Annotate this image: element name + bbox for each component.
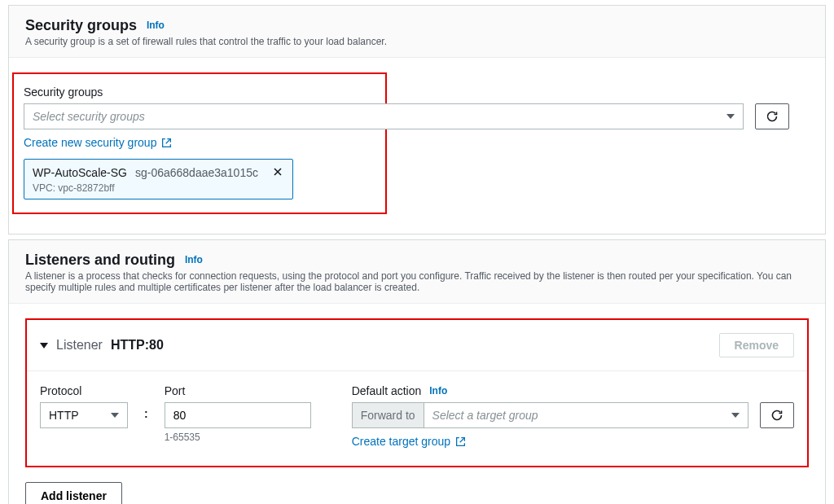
protocol-label: Protocol [40, 384, 128, 397]
caret-down-icon [726, 114, 735, 119]
security-group-chip: WP-AutoScale-SG sg-06a668daae3a1015c VPC… [24, 159, 293, 199]
refresh-icon [766, 110, 779, 123]
protocol-select[interactable]: HTTP [40, 402, 128, 428]
create-target-group-link[interactable]: Create target group [352, 435, 466, 448]
protocol-value: HTTP [49, 409, 79, 422]
listeners-description: A listener is a process that checks for … [25, 270, 809, 293]
external-link-icon [161, 138, 172, 148]
default-action-info-link[interactable]: Info [429, 385, 447, 397]
target-group-refresh-button[interactable] [760, 402, 794, 428]
external-link-icon [455, 436, 466, 447]
security-groups-refresh-button[interactable] [755, 103, 789, 129]
target-group-placeholder: Select a target group [432, 409, 538, 422]
create-security-group-link[interactable]: Create new security group [24, 136, 172, 149]
protocol-port-separator: : [144, 407, 148, 420]
listener-highlight: Listener HTTP:80 Remove Protocol HTTP : … [25, 318, 809, 467]
listener-remove-button[interactable]: Remove [719, 333, 794, 357]
security-groups-description: A security group is a set of firewall ru… [25, 36, 809, 47]
port-label: Port [165, 384, 311, 397]
security-groups-info-link[interactable]: Info [147, 20, 165, 31]
listeners-panel: Listeners and routing Info A listener is… [8, 239, 826, 504]
security-groups-header: Security groups Info A security group is… [9, 6, 825, 58]
caret-down-icon [111, 413, 119, 418]
add-listener-button[interactable]: Add listener [25, 482, 122, 504]
listeners-header: Listeners and routing Info A listener is… [9, 240, 825, 304]
default-action-label: Default action [352, 384, 422, 397]
listeners-info-link[interactable]: Info [185, 254, 203, 265]
close-icon [273, 167, 283, 177]
port-column: Port 1-65535 [165, 384, 311, 443]
refresh-icon [770, 409, 784, 422]
caret-down-icon [731, 413, 740, 418]
collapse-caret-icon[interactable] [40, 343, 48, 348]
chip-sg-name: WP-AutoScale-SG [33, 166, 127, 179]
listener-header-row: Listener HTTP:80 Remove [27, 320, 807, 371]
port-hint: 1-65535 [165, 432, 311, 443]
security-groups-panel: Security groups Info A security group is… [8, 5, 826, 234]
create-target-group-label: Create target group [352, 435, 450, 448]
port-input[interactable] [165, 402, 311, 428]
protocol-column: Protocol HTTP [40, 384, 128, 428]
forward-to-select[interactable]: Forward to Select a target group [352, 402, 748, 428]
forward-prefix: Forward to [353, 403, 424, 427]
security-groups-field-label: Security groups [24, 85, 377, 99]
security-groups-select[interactable]: Select security groups [24, 103, 744, 129]
create-security-group-label: Create new security group [24, 136, 156, 149]
chip-remove-button[interactable] [271, 164, 284, 181]
listener-value: HTTP:80 [111, 338, 164, 353]
chip-sg-id: sg-06a668daae3a1015c [135, 166, 258, 179]
listeners-title: Listeners and routing [25, 252, 175, 269]
listener-label: Listener [56, 338, 103, 353]
security-groups-highlight: Security groups Select security groups C… [12, 72, 387, 214]
security-groups-select-placeholder: Select security groups [33, 110, 145, 123]
chip-vpc: VPC: vpc-82872bff [33, 182, 284, 194]
security-groups-title: Security groups [25, 17, 137, 34]
